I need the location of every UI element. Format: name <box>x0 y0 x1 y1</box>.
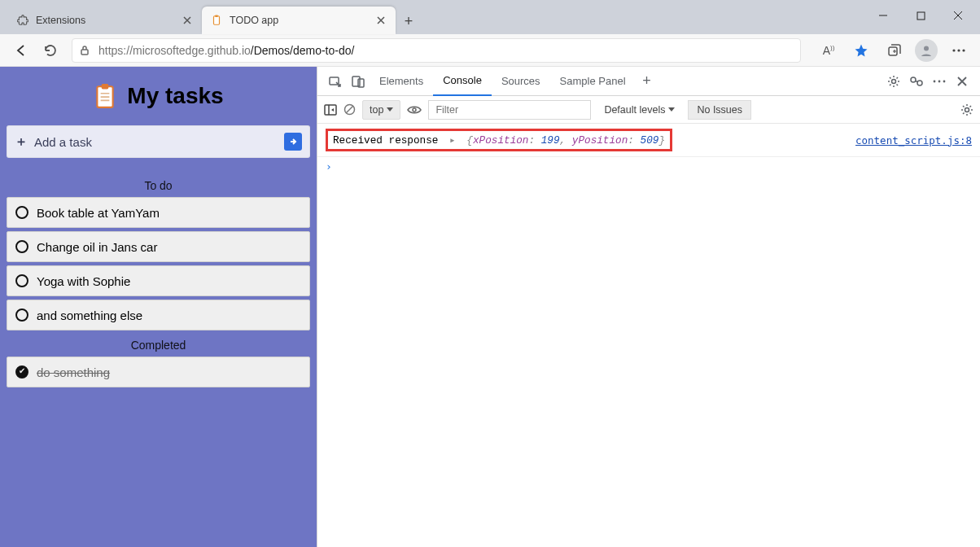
section-todo: To do <box>7 174 310 197</box>
task-item[interactable]: Yoga with Sophie <box>7 265 310 296</box>
clipboard-icon <box>93 84 117 108</box>
svg-point-14 <box>892 79 896 83</box>
task-item[interactable]: and something else <box>7 300 310 330</box>
svg-rect-20 <box>325 105 336 115</box>
more-icon[interactable] <box>928 80 951 83</box>
console-log-row[interactable]: Received response ▸ {xPosition: 199, yPo… <box>317 124 980 157</box>
add-task-placeholder: Add a task <box>34 135 92 149</box>
puzzle-icon <box>16 14 29 27</box>
profile-button[interactable] <box>912 37 941 63</box>
filter-input[interactable] <box>428 100 591 120</box>
add-task-input[interactable]: ＋ Add a task <box>7 125 310 158</box>
log-source-link[interactable]: content_script.js:8 <box>855 134 972 147</box>
activity-icon[interactable] <box>905 76 928 87</box>
browser-toolbar: https://microsoftedge.github.io/Demos/de… <box>0 34 980 67</box>
close-window-button[interactable] <box>939 3 977 28</box>
context-selector[interactable]: top <box>362 100 400 120</box>
read-aloud-icon[interactable]: A)) <box>814 37 843 63</box>
svg-point-18 <box>938 80 941 82</box>
devtools-tab-sources[interactable]: Sources <box>492 67 550 96</box>
task-item[interactable]: Book table at YamYam <box>7 197 310 228</box>
avatar-icon <box>915 39 938 62</box>
window-titlebar: Extensions TODO app + <box>0 0 980 34</box>
page-title: My tasks <box>127 83 223 109</box>
task-checkbox[interactable] <box>15 274 28 287</box>
window-controls <box>864 3 980 34</box>
tab-label: TODO app <box>230 15 278 26</box>
tab-extensions[interactable]: Extensions <box>8 7 202 34</box>
task-text: Book table at YamYam <box>37 206 160 220</box>
svg-rect-2 <box>917 12 925 20</box>
console-settings-icon[interactable] <box>960 103 973 116</box>
close-tab-icon[interactable] <box>374 14 387 27</box>
lock-icon <box>79 45 90 56</box>
devtools-tab-sample-panel[interactable]: Sample Panel <box>550 67 636 96</box>
task-checkbox[interactable] <box>15 309 28 322</box>
log-message: Received response <box>333 134 438 147</box>
todo-header: My tasks <box>7 83 310 109</box>
devtools-tab-elements[interactable]: Elements <box>370 67 433 96</box>
svg-point-15 <box>911 77 916 82</box>
tab-todo-app[interactable]: TODO app <box>202 7 396 34</box>
svg-point-7 <box>957 49 960 51</box>
console-filterbar: top Default levels No Issues <box>317 96 980 124</box>
collections-icon[interactable] <box>879 37 908 63</box>
svg-point-16 <box>917 81 922 85</box>
task-checkbox-checked[interactable] <box>15 365 28 379</box>
more-icon[interactable] <box>944 37 973 63</box>
task-text: Yoga with Sophie <box>37 274 130 288</box>
log-levels-selector[interactable]: Default levels <box>597 100 681 120</box>
highlighted-log: Received response ▸ {xPosition: 199, yPo… <box>326 129 672 151</box>
tab-label: Extensions <box>36 15 85 26</box>
console-prompt[interactable]: › <box>317 157 980 176</box>
devtools-panel: Elements Console Sources Sample Panel + … <box>317 67 980 547</box>
task-item-done[interactable]: do something <box>7 357 310 387</box>
svg-point-23 <box>965 107 969 112</box>
task-checkbox[interactable] <box>15 240 28 253</box>
expand-arrow-icon[interactable]: ▸ <box>449 134 456 147</box>
sidebar-toggle-icon[interactable] <box>324 104 337 116</box>
live-expression-icon[interactable] <box>407 105 422 115</box>
chevron-down-icon <box>387 107 393 112</box>
url-path: /Demos/demo-to-do/ <box>251 44 355 57</box>
inspect-icon[interactable] <box>324 75 347 88</box>
clipboard-icon <box>210 14 223 27</box>
svg-rect-10 <box>102 84 109 89</box>
svg-point-8 <box>962 49 965 51</box>
plus-icon: ＋ <box>15 133 28 151</box>
minimize-button[interactable] <box>864 3 902 28</box>
add-tab-icon[interactable]: + <box>636 72 658 90</box>
svg-point-19 <box>943 80 946 82</box>
settings-icon[interactable] <box>882 75 905 88</box>
todo-app: My tasks ＋ Add a task To do Book table a… <box>0 67 317 547</box>
url-grey: https://microsoftedge.github.io <box>98 44 251 57</box>
chevron-down-icon <box>668 107 675 112</box>
task-text: Change oil in Jans car <box>37 240 157 254</box>
svg-point-22 <box>413 108 416 112</box>
refresh-button[interactable] <box>36 37 65 63</box>
task-checkbox[interactable] <box>15 206 28 219</box>
svg-point-6 <box>952 49 955 51</box>
svg-rect-1 <box>215 15 218 17</box>
svg-point-17 <box>934 80 936 82</box>
svg-rect-0 <box>214 16 220 25</box>
log-object: {xPosition: 199, yPosition: 509} <box>466 134 665 147</box>
issues-button[interactable]: No Issues <box>688 100 751 120</box>
new-tab-button[interactable]: + <box>396 8 422 34</box>
devtools-tabbar: Elements Console Sources Sample Panel + <box>317 67 980 96</box>
back-button[interactable] <box>7 37 36 63</box>
svg-rect-3 <box>81 50 88 55</box>
task-text: and something else <box>37 309 142 322</box>
maximize-button[interactable] <box>902 3 939 28</box>
close-tab-icon[interactable] <box>181 14 194 27</box>
device-toggle-icon[interactable] <box>347 75 370 88</box>
svg-point-5 <box>924 46 929 50</box>
task-item[interactable]: Change oil in Jans car <box>7 231 310 262</box>
address-bar[interactable]: https://microsoftedge.github.io/Demos/de… <box>72 38 801 63</box>
submit-task-button[interactable] <box>284 133 302 151</box>
devtools-tab-console[interactable]: Console <box>433 67 492 96</box>
clear-console-icon[interactable] <box>343 103 356 116</box>
section-completed: Completed <box>7 334 310 357</box>
favorite-icon[interactable] <box>847 37 876 63</box>
close-devtools-icon[interactable] <box>951 77 973 86</box>
